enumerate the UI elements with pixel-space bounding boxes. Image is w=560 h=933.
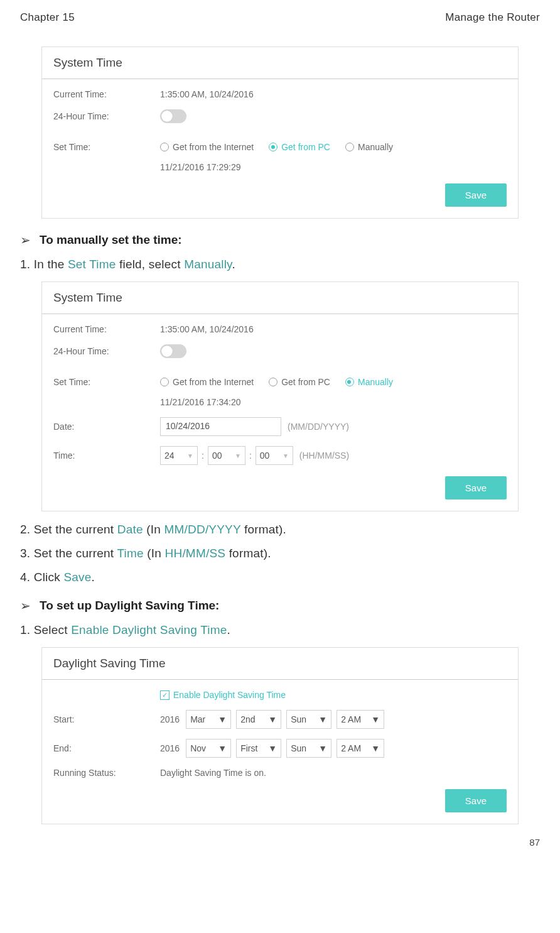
start-day-select[interactable]: Sun▼ bbox=[286, 710, 331, 729]
radio-icon bbox=[160, 143, 169, 151]
start-year: 2016 bbox=[160, 714, 180, 724]
current-time-value: 1:35:00 AM, 10/24/2016 bbox=[160, 89, 254, 99]
hour24-label: 24-Hour Time: bbox=[53, 111, 160, 121]
section-title: To set up Daylight Saving Time: bbox=[40, 599, 219, 613]
checkbox-icon: ✓ bbox=[160, 690, 170, 700]
section-heading-manual: ➢ To manually set the time: bbox=[20, 232, 540, 248]
section-label: Manage the Router bbox=[445, 11, 540, 24]
chapter-label: Chapter 15 bbox=[20, 11, 75, 24]
end-label: End: bbox=[53, 743, 160, 753]
radio-icon bbox=[345, 378, 354, 386]
page-header: Chapter 15 Manage the Router bbox=[20, 11, 540, 24]
section-heading-dst: ➢ To set up Daylight Saving Time: bbox=[20, 598, 540, 613]
divider bbox=[42, 314, 518, 314]
panel-title: Daylight Saving Time bbox=[42, 648, 518, 673]
radio-label: Get from PC bbox=[281, 377, 330, 387]
bullet-arrow-icon: ➢ bbox=[20, 598, 31, 613]
time-hint: (HH/MM/SS) bbox=[299, 450, 349, 461]
section-title: To manually set the time: bbox=[40, 233, 182, 247]
current-time-label: Current Time: bbox=[53, 89, 160, 99]
radio-label: Get from the Internet bbox=[173, 377, 254, 387]
end-day-select[interactable]: Sun▼ bbox=[286, 739, 331, 758]
hour24-toggle[interactable] bbox=[160, 109, 186, 123]
page-number: 87 bbox=[20, 837, 540, 848]
chevron-down-icon: ▼ bbox=[218, 743, 227, 753]
system-time-panel-2: System Time Current Time: 1:35:00 AM, 10… bbox=[41, 281, 519, 511]
set-time-radio-group: Get from the Internet Get from PC Manual… bbox=[160, 377, 393, 387]
radio-icon bbox=[160, 378, 169, 386]
radio-pc[interactable]: Get from PC bbox=[269, 377, 330, 387]
panel-title: System Time bbox=[42, 282, 518, 307]
checkbox-label: Enable Daylight Saving Time bbox=[173, 690, 286, 700]
current-time-label: Current Time: bbox=[53, 324, 160, 334]
end-month-select[interactable]: Nov▼ bbox=[186, 739, 231, 758]
end-hour-select[interactable]: 2 AM▼ bbox=[337, 739, 384, 758]
system-time-panel-1: System Time Current Time: 1:35:00 AM, 10… bbox=[41, 46, 519, 219]
step-4: 4. Click Save. bbox=[20, 570, 540, 584]
chevron-down-icon: ▼ bbox=[187, 452, 193, 459]
save-button[interactable]: Save bbox=[445, 183, 507, 207]
running-status-value: Daylight Saving Time is on. bbox=[160, 768, 266, 778]
set-time-label: Set Time: bbox=[53, 377, 160, 387]
timestamp: 11/21/2016 17:29:29 bbox=[160, 162, 240, 172]
chevron-down-icon: ▼ bbox=[218, 714, 227, 724]
radio-pc[interactable]: Get from PC bbox=[269, 142, 330, 152]
step-2: 2. Set the current Date (In MM/DD/YYYY f… bbox=[20, 523, 540, 537]
chevron-down-icon: ▼ bbox=[235, 452, 241, 459]
chevron-down-icon: ▼ bbox=[318, 714, 327, 724]
panel-title: System Time bbox=[42, 47, 518, 72]
set-time-label: Set Time: bbox=[53, 142, 160, 152]
start-hour-select[interactable]: 2 AM▼ bbox=[337, 710, 384, 729]
radio-icon bbox=[345, 143, 354, 151]
start-label: Start: bbox=[53, 714, 160, 724]
radio-manual[interactable]: Manually bbox=[345, 377, 393, 387]
chevron-down-icon: ▼ bbox=[268, 714, 277, 724]
radio-manual[interactable]: Manually bbox=[345, 142, 393, 152]
enable-dst-checkbox[interactable]: ✓ Enable Daylight Saving Time bbox=[160, 690, 286, 700]
chevron-down-icon: ▼ bbox=[283, 452, 289, 459]
divider bbox=[42, 679, 518, 680]
date-input[interactable]: 10/24/2016 bbox=[160, 417, 281, 436]
daylight-saving-panel: Daylight Saving Time ✓ Enable Daylight S… bbox=[41, 647, 519, 824]
step-3: 3. Set the current Time (In HH/MM/SS for… bbox=[20, 547, 540, 560]
start-week-select[interactable]: 2nd▼ bbox=[236, 710, 281, 729]
dst-step-1: 1. Select Enable Daylight Saving Time. bbox=[20, 623, 540, 637]
chevron-down-icon: ▼ bbox=[318, 743, 327, 753]
save-button[interactable]: Save bbox=[445, 789, 507, 812]
chevron-down-icon: ▼ bbox=[371, 743, 380, 753]
radio-label: Manually bbox=[358, 142, 393, 152]
radio-icon bbox=[269, 143, 277, 151]
radio-label: Manually bbox=[358, 377, 393, 387]
set-time-radio-group: Get from the Internet Get from PC Manual… bbox=[160, 142, 393, 152]
divider bbox=[42, 79, 518, 79]
radio-internet[interactable]: Get from the Internet bbox=[160, 142, 254, 152]
time-ss-select[interactable]: 00▼ bbox=[256, 446, 293, 465]
time-hh-select[interactable]: 24▼ bbox=[160, 446, 198, 465]
start-month-select[interactable]: Mar▼ bbox=[186, 710, 231, 729]
chevron-down-icon: ▼ bbox=[371, 714, 380, 724]
bullet-arrow-icon: ➢ bbox=[20, 232, 31, 248]
radio-label: Get from the Internet bbox=[173, 142, 254, 152]
chevron-down-icon: ▼ bbox=[268, 743, 277, 753]
save-button[interactable]: Save bbox=[445, 476, 507, 499]
radio-icon bbox=[269, 378, 277, 386]
time-label: Time: bbox=[53, 450, 160, 461]
date-label: Date: bbox=[53, 422, 160, 432]
timestamp: 11/21/2016 17:34:20 bbox=[160, 397, 240, 407]
date-hint: (MM/DD/YYYY) bbox=[288, 422, 349, 432]
time-mm-select[interactable]: 00▼ bbox=[208, 446, 245, 465]
running-status-label: Running Status: bbox=[53, 768, 160, 778]
radio-internet[interactable]: Get from the Internet bbox=[160, 377, 254, 387]
step-1: 1. In the Set Time field, select Manuall… bbox=[20, 258, 540, 271]
hour24-label: 24-Hour Time: bbox=[53, 346, 160, 356]
current-time-value: 1:35:00 AM, 10/24/2016 bbox=[160, 324, 254, 334]
hour24-toggle[interactable] bbox=[160, 344, 186, 358]
radio-label: Get from PC bbox=[281, 142, 330, 152]
end-week-select[interactable]: First▼ bbox=[236, 739, 281, 758]
end-year: 2016 bbox=[160, 743, 180, 753]
